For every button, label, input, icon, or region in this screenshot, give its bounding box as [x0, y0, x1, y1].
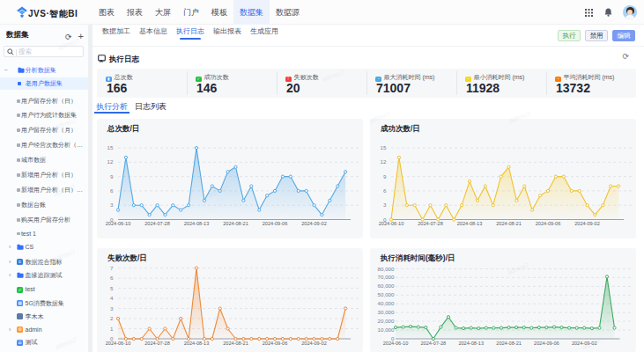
svg-text:50,000: 50,000: [378, 291, 395, 297]
svg-text:2: 2: [110, 315, 114, 321]
svg-text:6: 6: [110, 187, 114, 194]
svg-text:9: 9: [383, 173, 387, 180]
svg-text:2024-08-21: 2024-08-21: [496, 341, 522, 346]
svg-text:2024-08-13: 2024-08-13: [458, 341, 484, 346]
svg-text:2024-09-02: 2024-09-02: [301, 341, 327, 346]
svg-text:5: 5: [110, 285, 114, 291]
svg-text:2024-09-06: 2024-09-06: [534, 341, 559, 346]
svg-text:7: 7: [110, 265, 114, 271]
svg-text:2024-09-06: 2024-09-06: [263, 221, 288, 226]
svg-text:30,000: 30,000: [378, 309, 395, 315]
svg-text:2024-08-13: 2024-08-13: [184, 341, 210, 346]
svg-text:12: 12: [107, 158, 114, 165]
svg-text:4: 4: [110, 295, 114, 301]
svg-text:3: 3: [110, 202, 114, 208]
svg-text:3: 3: [383, 202, 387, 208]
svg-text:15: 15: [107, 144, 114, 150]
svg-text:2024-09-02: 2024-09-02: [574, 221, 600, 226]
svg-text:70,000: 70,000: [378, 274, 395, 280]
svg-text:2024-07-28: 2024-07-28: [144, 341, 170, 346]
svg-text:2024-06-10: 2024-06-10: [383, 341, 409, 346]
svg-text:2024-08-13: 2024-08-13: [184, 221, 210, 226]
svg-text:2024-09-02: 2024-09-02: [301, 221, 327, 226]
svg-text:1: 1: [110, 326, 114, 332]
svg-text:15: 15: [381, 144, 387, 150]
svg-text:3: 3: [110, 305, 114, 312]
svg-text:12: 12: [381, 158, 387, 165]
svg-text:2024-06-10: 2024-06-10: [106, 221, 131, 226]
svg-text:6: 6: [110, 275, 114, 281]
svg-text:2024-08-13: 2024-08-13: [457, 221, 483, 226]
svg-text:2024-08-21: 2024-08-21: [496, 221, 522, 226]
svg-text:2024-07-28: 2024-07-28: [418, 221, 443, 226]
svg-text:2024-09-06: 2024-09-06: [263, 341, 288, 346]
svg-text:2024-08-21: 2024-08-21: [223, 341, 248, 346]
svg-text:20,000: 20,000: [378, 318, 395, 324]
svg-text:2024-07-28: 2024-07-28: [420, 341, 446, 346]
svg-text:60,000: 60,000: [378, 282, 395, 289]
svg-text:2024-09-06: 2024-09-06: [536, 221, 561, 226]
svg-text:2024-06-10: 2024-06-10: [379, 221, 404, 226]
svg-text:40,000: 40,000: [378, 300, 395, 306]
svg-text:2024-07-28: 2024-07-28: [144, 221, 170, 226]
svg-text:10,000: 10,000: [378, 326, 395, 333]
svg-text:9: 9: [110, 173, 114, 180]
svg-text:6: 6: [383, 187, 387, 194]
svg-text:2024-06-10: 2024-06-10: [106, 341, 131, 346]
svg-text:2024-08-21: 2024-08-21: [223, 221, 248, 226]
svg-text:80,000: 80,000: [378, 266, 395, 272]
